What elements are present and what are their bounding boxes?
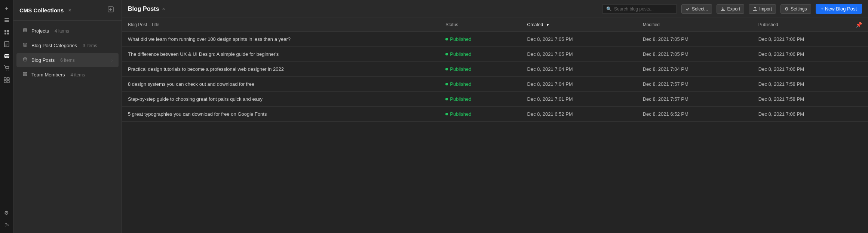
cell-title-0: What did we learn from running over 100 … [122, 32, 439, 47]
col-header-created[interactable]: Created ▼ [521, 18, 637, 32]
settings-icon[interactable]: ⚙ [1, 208, 12, 218]
page-icon[interactable] [1, 39, 12, 49]
search-box[interactable]: 🔍 [602, 4, 677, 14]
collection-item-blog-post-categories[interactable]: Blog Post Categories 3 items [16, 39, 119, 52]
collection-name-blog-posts: Blog Posts [31, 57, 55, 63]
status-dot-5 [445, 113, 448, 115]
table-row[interactable]: 8 design systems you can check out and d… [122, 77, 868, 92]
svg-rect-17 [7, 81, 9, 83]
cell-status-1: Published [439, 47, 521, 62]
col-header-status[interactable]: Status [439, 18, 521, 32]
col-header-modified[interactable]: Modified [637, 18, 752, 32]
collection-icon-blog-post-categories [22, 42, 28, 49]
cell-created-3: Dec 8, 2021 7:04 PM [521, 77, 637, 92]
status-dot-0 [445, 38, 448, 40]
cell-title-3: 8 design systems you can check out and d… [122, 77, 439, 92]
collection-name-blog-post-categories: Blog Post Categories [31, 43, 77, 48]
chevron-right-icon: › [111, 58, 113, 63]
cell-modified-4: Dec 8, 2021 7:57 PM [637, 92, 752, 107]
svg-rect-3 [4, 30, 6, 32]
cell-status-3: Published [439, 77, 521, 92]
cart-icon[interactable] [1, 63, 12, 73]
select-button[interactable]: Select... [681, 4, 712, 14]
table-header-row: Blog Post - Title Status Created ▼ Modif… [122, 18, 868, 32]
database-icon[interactable] [1, 51, 12, 61]
collection-list: Projects 4 items Blog Post Categories 3 … [13, 21, 122, 85]
cell-status-2: Published [439, 62, 521, 77]
cell-published-4: Dec 8, 2021 7:58 PM [752, 92, 868, 107]
settings-button[interactable]: ⚙ Settings [780, 4, 811, 14]
collection-name-team-members: Team Members [31, 72, 65, 78]
blog-posts-title: Blog Posts [128, 6, 159, 12]
svg-point-21 [23, 28, 27, 30]
svg-point-24 [23, 72, 27, 73]
table-row[interactable]: What did we learn from running over 100 … [122, 32, 868, 47]
collection-name-projects: Projects [31, 28, 49, 34]
svg-point-11 [4, 54, 9, 55]
table-row[interactable]: 5 great typographies you can download fo… [122, 107, 868, 122]
collection-item-projects[interactable]: Projects 4 items [16, 24, 119, 38]
cell-created-2: Dec 8, 2021 7:04 PM [521, 62, 637, 77]
export-icon [721, 7, 725, 11]
status-dot-4 [445, 98, 448, 100]
import-icon [753, 7, 757, 11]
blog-posts-close-button[interactable]: × [162, 6, 165, 12]
cell-published-2: Dec 8, 2021 7:06 PM [752, 62, 868, 77]
cell-title-1: The difference between UX & UI Design: A… [122, 47, 439, 62]
svg-rect-16 [4, 81, 6, 83]
svg-rect-14 [4, 78, 6, 80]
search-icon: 🔍 [606, 6, 612, 12]
svg-point-12 [6, 70, 7, 70]
table-row[interactable]: Step-by-step guide to choosing great fon… [122, 92, 868, 107]
cell-status-4: Published [439, 92, 521, 107]
cell-created-0: Dec 8, 2021 7:05 PM [521, 32, 637, 47]
icon-sidebar: + [0, 0, 13, 233]
svg-rect-4 [7, 30, 9, 32]
top-bar-title-section: Blog Posts × [128, 6, 165, 12]
search-input[interactable] [614, 6, 673, 12]
code-icon[interactable]: {fs [1, 220, 12, 230]
cell-published-1: Dec 8, 2021 7:06 PM [752, 47, 868, 62]
table-row[interactable]: The difference between UX & UI Design: A… [122, 47, 868, 62]
svg-rect-0 [4, 18, 9, 19]
collection-item-blog-posts[interactable]: Blog Posts 6 items › [16, 53, 119, 67]
collection-icon-projects [22, 28, 28, 34]
col-header-title[interactable]: Blog Post - Title [122, 18, 439, 32]
sort-arrow-icon: ▼ [546, 23, 550, 27]
export-button[interactable]: Export [717, 4, 744, 14]
svg-rect-1 [4, 20, 9, 21]
table-row[interactable]: Practical design tutorials to become a p… [122, 62, 868, 77]
cell-modified-3: Dec 8, 2021 7:57 PM [637, 77, 752, 92]
svg-rect-15 [7, 78, 9, 80]
layers-icon[interactable] [1, 15, 12, 25]
cell-modified-5: Dec 8, 2021 6:52 PM [637, 107, 752, 122]
status-dot-3 [445, 83, 448, 85]
new-blog-post-button[interactable]: + New Blog Post [816, 4, 862, 14]
status-dot-1 [445, 53, 448, 55]
cell-status-0: Published [439, 32, 521, 47]
cell-published-3: Dec 8, 2021 7:58 PM [752, 77, 868, 92]
menu-icon[interactable] [1, 27, 12, 37]
cell-modified-1: Dec 8, 2021 7:05 PM [637, 47, 752, 62]
svg-rect-6 [7, 33, 9, 34]
top-bar: Blog Posts × 🔍 Select... Export [122, 0, 868, 18]
add-icon[interactable]: + [1, 3, 12, 13]
col-header-published[interactable]: Published 📌 [752, 18, 868, 31]
add-collection-button[interactable] [106, 5, 116, 15]
cell-modified-0: Dec 8, 2021 7:05 PM [637, 32, 752, 47]
cms-panel-header-left: CMS Collections × [19, 6, 73, 14]
cell-modified-2: Dec 8, 2021 7:04 PM [637, 62, 752, 77]
svg-rect-9 [5, 44, 8, 44]
collection-count-blog-posts: 6 items [60, 58, 75, 63]
status-label-0: Published [450, 36, 471, 42]
cell-published-5: Dec 8, 2021 7:06 PM [752, 107, 868, 122]
import-button[interactable]: Import [749, 4, 776, 14]
cell-published-0: Dec 8, 2021 7:06 PM [752, 32, 868, 47]
cms-panel-close-button[interactable]: × [67, 6, 73, 14]
select-icon [685, 7, 690, 11]
svg-point-13 [8, 70, 9, 70]
integrations-icon[interactable] [1, 75, 12, 85]
collection-count-projects: 4 items [55, 28, 69, 34]
collection-item-team-members[interactable]: Team Members 4 items [16, 68, 119, 82]
status-label-2: Published [450, 66, 471, 72]
